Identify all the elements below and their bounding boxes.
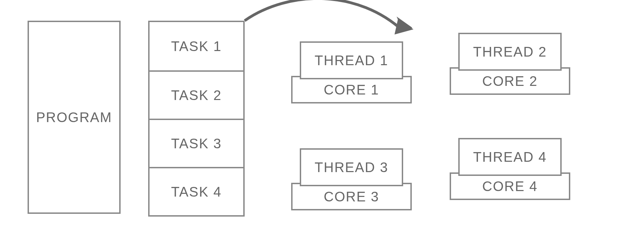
core-box-2: CORE 2 (450, 67, 570, 95)
thread-box-1: THREAD 1 (300, 41, 403, 79)
program-box: PROGRAM (28, 21, 121, 214)
task-cell: TASK 3 (150, 119, 243, 167)
thread-box-3: THREAD 3 (300, 148, 403, 186)
core-box-1: CORE 1 (291, 76, 412, 103)
task-cell: TASK 2 (150, 70, 243, 119)
thread-box-2: THREAD 2 (458, 33, 562, 71)
core-box-4: CORE 4 (450, 172, 570, 200)
thread-box-4: THREAD 4 (458, 138, 562, 176)
task-stack: TASK 1 TASK 2 TASK 3 TASK 4 (148, 21, 245, 217)
task-cell: TASK 1 (150, 22, 243, 70)
task-cell: TASK 4 (150, 167, 243, 215)
core-box-3: CORE 3 (291, 183, 412, 210)
